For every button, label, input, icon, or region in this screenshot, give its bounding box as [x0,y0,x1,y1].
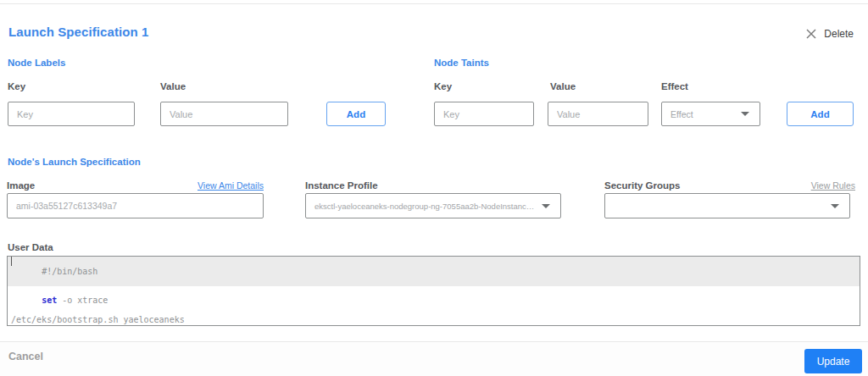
node-labels-value-label: Value [160,81,186,91]
top-divider [0,3,868,4]
keyword-token: set [42,296,57,305]
node-labels-key-label: Key [8,81,25,91]
node-labels-value-input[interactable] [160,102,288,126]
code-line: #!/bin/bash [8,257,860,286]
node-taints-effect-label: Effect [661,81,688,91]
node-taints-key-input[interactable] [434,102,534,126]
security-groups-select[interactable] [604,193,850,218]
security-groups-label-row: Security Groups View Rules [604,180,855,191]
node-taints-key-label: Key [434,81,452,91]
instance-profile-value: eksctl-yaeloceaneks-nodegroup-ng-7055aa2… [306,202,537,211]
view-ami-details-link[interactable]: View Ami Details [198,180,264,191]
node-taints-heading: Node Taints [434,58,489,68]
launch-specification-panel: Launch Specification 1 Delete Node Label… [0,0,868,376]
footer-divider [0,341,868,342]
instance-profile-label: Instance Profile [305,180,378,191]
view-rules-link[interactable]: View Rules [811,180,855,191]
effect-select-placeholder: Effect [662,109,736,119]
instance-profile-select[interactable]: eksctl-yaeloceaneks-nodegroup-ng-7055aa2… [305,193,561,218]
launch-spec-heading: Node's Launch Specification [8,157,141,167]
user-data-label: User Data [8,242,53,252]
code-line: set -o xtrace [8,286,860,316]
image-label: Image [7,180,35,191]
image-input[interactable] [7,193,264,218]
text-cursor [11,257,12,266]
chevron-down-icon [741,112,749,116]
page-title: Launch Specification 1 [8,25,149,39]
node-taints-add-button[interactable]: Add [787,102,854,126]
delete-button[interactable]: Delete [806,28,854,40]
footer-bar [0,342,868,376]
update-button[interactable]: Update [804,349,862,373]
node-labels-key-input[interactable] [8,102,135,126]
node-taints-effect-select[interactable]: Effect [661,102,760,126]
chevron-down-icon [542,204,550,208]
delete-button-label: Delete [824,28,854,40]
chevron-down-icon [831,204,839,208]
security-groups-label: Security Groups [604,180,680,191]
user-data-editor[interactable]: #!/bin/bash set -o xtrace /etc/eks/boots… [7,256,860,326]
node-taints-value-input[interactable] [548,102,648,126]
image-label-row: Image View Ami Details [7,180,264,191]
node-taints-value-label: Value [550,81,576,91]
cancel-button[interactable]: Cancel [8,351,43,362]
node-labels-heading: Node Labels [8,58,65,68]
node-labels-add-button[interactable]: Add [326,102,386,126]
code-line: /etc/eks/bootstrap.sh yaeloceaneks [8,315,860,325]
close-icon [806,29,816,39]
